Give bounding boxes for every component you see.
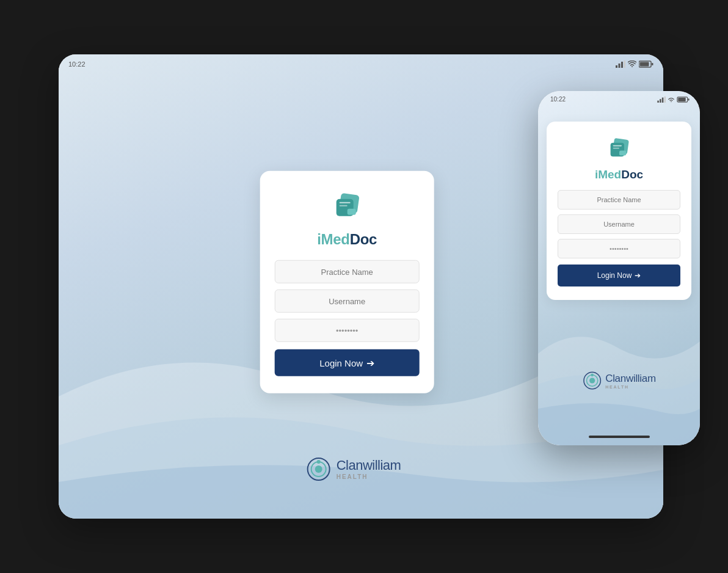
phone-brand-logo: Clanwilliam HEALTH [582,371,656,390]
svg-rect-9 [339,202,350,203]
phone-clanwilliam-icon [582,371,602,390]
svg-rect-22 [688,98,690,100]
svg-rect-27 [619,151,626,156]
app-logo-icon [329,189,365,226]
phone-wifi-icon [668,97,675,103]
phone-time: 10:22 [550,96,566,103]
tablet-username-input[interactable] [275,290,420,313]
scene: 10:22 [28,24,700,549]
phone-device: 10:22 [538,91,700,445]
svg-point-31 [591,374,594,377]
svg-rect-21 [678,98,686,101]
svg-rect-1 [619,64,621,68]
tablet-login-button[interactable]: Login Now ➔ [275,349,420,376]
phone-signal-icon [657,97,666,103]
signal-icon [616,60,625,68]
tablet-time: 10:22 [68,60,86,68]
svg-rect-2 [621,62,623,68]
clanwilliam-icon [306,456,332,482]
phone-password-input[interactable] [558,239,680,258]
tablet-password-input[interactable] [275,319,420,342]
phone-login-card: iMedDoc Login Now ➔ [547,122,691,300]
phone-status-bar: 10:22 [550,96,690,103]
svg-rect-0 [616,65,617,68]
phone-app-logo-icon [605,135,634,164]
phone-battery-icon [677,97,690,103]
phone-home-indicator [589,436,650,438]
tablet-login-card: iMedDoc Login Now ➔ [260,171,434,393]
svg-rect-18 [662,97,664,102]
phone-screen: 10:22 [538,91,700,445]
svg-rect-11 [347,209,355,215]
clanwilliam-text: Clanwilliam HEALTH [337,458,401,480]
battery-icon [639,60,653,68]
app-title: iMedDoc [317,231,377,248]
login-arrow-icon: ➔ [366,357,374,368]
tablet-brand-logo: Clanwilliam HEALTH [306,456,401,482]
svg-rect-5 [640,62,649,67]
phone-clanwilliam-text: Clanwilliam HEALTH [605,373,656,389]
svg-point-15 [317,460,321,464]
wifi-icon [628,60,636,68]
svg-rect-6 [652,63,653,65]
tablet-status-bar: 10:22 [68,60,653,68]
svg-rect-17 [660,99,661,103]
svg-rect-3 [624,60,626,68]
svg-point-14 [315,465,322,473]
phone-login-button[interactable]: Login Now ➔ [558,265,680,286]
phone-practice-name-input[interactable] [558,190,680,210]
svg-rect-16 [657,100,659,102]
svg-rect-10 [339,205,347,206]
phone-login-arrow-icon: ➔ [635,271,641,280]
svg-rect-25 [613,145,621,147]
tablet-practice-name-input[interactable] [275,260,420,283]
phone-app-title: iMedDoc [595,168,643,181]
svg-rect-19 [664,97,666,103]
phone-status-icons [657,97,690,103]
tablet-status-icons [616,60,653,68]
svg-rect-26 [613,148,619,149]
phone-username-input[interactable] [558,214,680,234]
svg-point-30 [589,378,595,383]
